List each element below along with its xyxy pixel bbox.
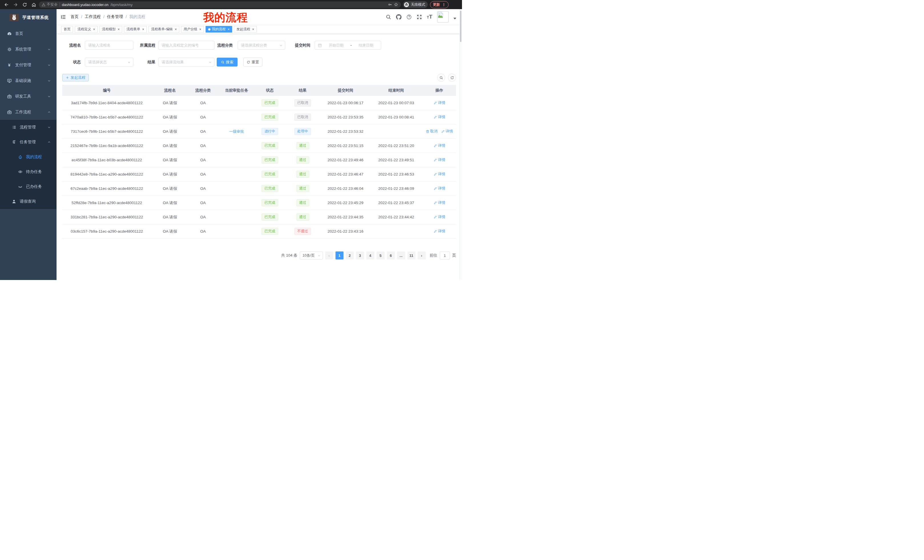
detail-link[interactable]: 详情 <box>441 129 453 134</box>
page-button-2[interactable]: 2 <box>346 252 354 259</box>
next-page-button[interactable]: › <box>418 252 426 259</box>
close-icon[interactable]: × <box>252 28 254 31</box>
result-select[interactable]: 请选择流结果 <box>158 58 214 66</box>
detail-link[interactable]: 详情 <box>434 172 446 177</box>
cell-status: 已完成 <box>255 153 284 167</box>
cell-actions: 详情 <box>423 153 456 167</box>
incognito-label: 无痕模式 <box>411 2 425 7</box>
cell-actions: 详情 <box>423 139 456 153</box>
detail-link[interactable]: 详情 <box>434 200 446 205</box>
search-icon[interactable] <box>386 14 391 20</box>
sidebar-item-devtools[interactable]: 研发工具 <box>0 88 57 104</box>
avatar-dropdown-caret[interactable] <box>453 18 456 19</box>
detail-link[interactable]: 详情 <box>434 157 446 162</box>
tree-icon <box>11 140 16 145</box>
home-icon[interactable] <box>30 1 37 8</box>
breadcrumb-item[interactable]: 首页 <box>70 14 78 19</box>
page-suffix: 页 <box>452 253 456 258</box>
brand[interactable]: 芋道管理系统 <box>0 9 57 26</box>
sidebar-item-infra[interactable]: 基础设施 <box>0 73 57 88</box>
close-icon[interactable]: × <box>199 28 201 31</box>
sidebar-item-process-mgmt[interactable]: 流程管理 <box>0 120 57 135</box>
tab-流程表单[interactable]: 流程表单 × <box>124 26 147 33</box>
close-icon[interactable]: × <box>175 28 177 31</box>
tab-流程表单-编辑[interactable]: 流程表单-编辑 × <box>148 26 179 33</box>
parent-process-input[interactable] <box>158 41 214 49</box>
sidebar-item-leave-query[interactable]: 请假查询 <box>0 194 57 209</box>
close-icon[interactable]: × <box>93 28 95 31</box>
sidebar-item-done-tasks[interactable]: 已办任务 <box>0 179 57 194</box>
detail-link[interactable]: 详情 <box>434 186 446 191</box>
cell-submit-time: 2022-01-22 23:53:32 <box>321 124 370 139</box>
github-icon[interactable] <box>396 14 402 20</box>
page-button-11[interactable]: 11 <box>408 252 416 259</box>
start-process-button[interactable]: 发起流程 <box>62 74 89 81</box>
cell-submit-time: 2022-01-22 23:49:46 <box>321 153 370 167</box>
help-icon[interactable] <box>406 14 412 20</box>
cell-end-time: 2022-01-22 23:46:53 <box>370 167 423 181</box>
submit-time-range[interactable]: 开始日期 - 结束日期 <box>315 41 381 49</box>
process-name-input[interactable] <box>85 41 134 49</box>
update-button[interactable]: 更新 ⋮ <box>430 1 448 8</box>
page-button-3[interactable]: 3 <box>356 252 364 259</box>
cell-actions: 取消详情 <box>423 124 456 139</box>
breadcrumb-item: 我的流程 <box>129 14 146 19</box>
bookmark-star-icon[interactable] <box>394 3 398 7</box>
column-header: 流程名 <box>152 85 189 96</box>
active-dot <box>208 28 210 30</box>
tab-首页[interactable]: 首页 <box>61 26 73 33</box>
browser-menu-icon[interactable]: ⋮ <box>442 3 446 7</box>
tab-我的流程[interactable]: 我的流程 × <box>206 26 232 33</box>
prev-page-button[interactable]: ‹ <box>325 252 333 259</box>
page-button-4[interactable]: 4 <box>366 252 374 259</box>
reload-icon[interactable] <box>21 1 28 8</box>
status-select[interactable]: 请选择状态 <box>85 58 134 66</box>
detail-link[interactable]: 详情 <box>434 229 446 234</box>
sidebar-item-home[interactable]: 首页 <box>0 26 57 41</box>
category-select[interactable]: 请选择流程分类 <box>238 41 285 49</box>
breadcrumb-item[interactable]: 任务管理 <box>107 14 123 19</box>
tab-流程模型[interactable]: 流程模型 × <box>99 26 122 33</box>
sidebar-item-system[interactable]: 系统管理 <box>0 41 57 57</box>
key-icon[interactable] <box>388 3 392 7</box>
show-search-icon-button[interactable] <box>437 73 445 82</box>
hamburger-icon[interactable] <box>60 14 66 20</box>
detail-link[interactable]: 详情 <box>434 114 446 120</box>
page-size-select[interactable]: 10条/页 <box>300 252 323 259</box>
page-ellipsis[interactable]: ... <box>397 252 405 259</box>
url-path: /bpm/task/my <box>111 3 132 7</box>
forward-icon[interactable] <box>12 1 19 8</box>
detail-link[interactable]: 详情 <box>434 214 446 220</box>
breadcrumb-item[interactable]: 工作流程 <box>85 14 101 19</box>
briefcase-icon <box>7 94 12 99</box>
refresh-icon-button[interactable] <box>448 73 456 82</box>
tab-用户分组[interactable]: 用户分组 × <box>181 26 204 33</box>
close-icon[interactable]: × <box>142 28 144 31</box>
cell-submit-time: 2022-01-22 23:46:04 <box>321 181 370 196</box>
reset-button[interactable]: 重置 <box>243 58 262 66</box>
page-button-5[interactable]: 5 <box>376 252 385 259</box>
scrollbar-thumb[interactable] <box>460 10 461 42</box>
current-task-link[interactable]: 一级审批 <box>229 129 244 134</box>
detail-link[interactable]: 详情 <box>434 143 446 148</box>
avatar[interactable] <box>437 11 448 22</box>
fullscreen-icon[interactable] <box>417 14 422 20</box>
url-bar[interactable]: 不安全 dashboard.yudao.iocoder.cn/bpm/task/… <box>39 1 401 8</box>
page-button-1[interactable]: 1 <box>336 252 344 259</box>
search-button[interactable]: 搜索 <box>217 58 238 66</box>
sidebar-item-task-mgmt[interactable]: 任务管理 <box>0 135 57 150</box>
goto-page-input[interactable] <box>440 252 450 259</box>
close-icon[interactable]: × <box>118 28 120 31</box>
tab-发起流程[interactable]: 发起流程 × <box>234 26 257 33</box>
close-icon[interactable]: × <box>228 28 230 31</box>
sidebar-item-workflow[interactable]: 工作流程 <box>0 104 57 120</box>
sidebar-item-my-process[interactable]: 我的流程 <box>0 150 57 165</box>
font-size-icon[interactable]: TT <box>427 14 432 20</box>
detail-link[interactable]: 详情 <box>434 100 446 105</box>
sidebar-item-todo-tasks[interactable]: 待办任务 <box>0 165 57 179</box>
cancel-link[interactable]: 取消 <box>426 129 438 134</box>
page-button-6[interactable]: 6 <box>387 252 395 259</box>
sidebar-item-payment[interactable]: ¥ 支付管理 <box>0 57 57 73</box>
tab-流程定义[interactable]: 流程定义 × <box>75 26 98 33</box>
back-icon[interactable] <box>3 1 10 8</box>
